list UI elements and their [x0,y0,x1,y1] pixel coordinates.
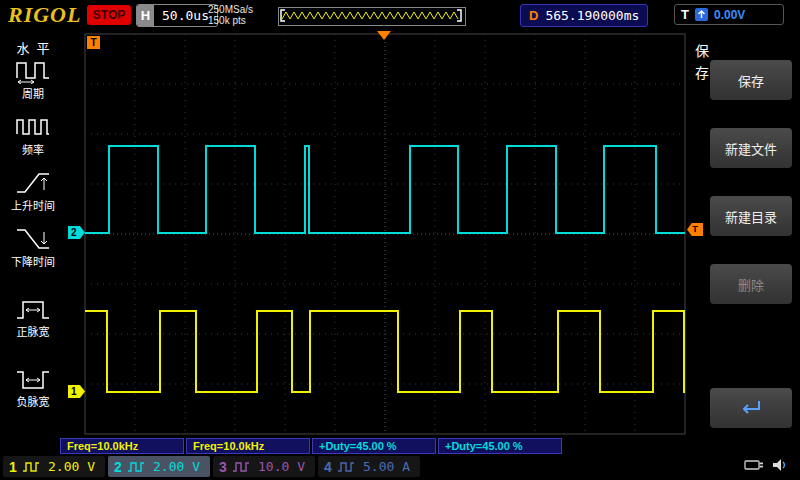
scope-display[interactable] [0,0,800,480]
sidebar-item-label: 下降时间 [0,253,66,269]
trigger-label: T [681,7,689,22]
channel4-scale: 5.00 A [363,459,410,474]
channel2-scale: 2.00 V [153,459,200,474]
sidebar-item-label: 周期 [0,85,66,101]
trigger-readout[interactable]: T 0.00V [674,4,784,25]
channel3-status[interactable]: 3 10.0 V [213,456,315,477]
rise-time-icon [15,170,51,196]
trigger-corner-marker[interactable]: T [87,36,100,49]
measurement-freq-ch2: Freq=10.0kHz [186,438,310,454]
negative-width-icon [15,366,51,392]
new-folder-button[interactable]: 新建目录 [710,196,792,236]
delete-button: 删除 [710,264,792,304]
channel4-status[interactable]: 4 5.00 A [318,456,420,477]
trigger-slope-icon [695,8,708,21]
sidebar-item-label: 频率 [0,141,66,157]
measure-sidebar: 水平 周期 频率 上升时间 下降时间 [0,30,66,480]
save-button[interactable]: 保存 [710,60,792,100]
softkey-menu: 保存 保存 新建文件 新建目录 删除 [688,30,800,480]
sidebar-item-label: 上升时间 [0,197,66,213]
fall-time-icon [15,226,51,252]
coupling-icon [22,462,40,472]
channel1-scale: 2.00 V [48,459,95,474]
channel1-status[interactable]: 1 2.00 V [3,456,105,477]
new-file-button[interactable]: 新建文件 [710,128,792,168]
menu-tab-save: 保存 [691,44,711,88]
delay-readout[interactable]: D 565.190000ms [520,4,648,27]
acquisition-info: 250MSa/s 150k pts [208,4,253,26]
timebase-label: H [137,5,154,26]
measure-category-title: 水平 [0,38,66,57]
sidebar-item-label: 负脉宽 [0,393,66,409]
measurement-duty-ch1: +Duty=45.00 % [312,438,436,454]
sidebar-item-rise-time[interactable]: 上升时间 [0,170,66,213]
sidebar-item-negative-width[interactable]: 负脉宽 [0,366,66,409]
delay-label: D [529,8,538,23]
usb-icon [744,458,764,472]
oscilloscope-screen: RIGOL STOP H 50.0us 250MSa/s 150k pts D … [0,0,800,480]
sample-rate: 250MSa/s [208,4,253,15]
memory-waveform-icon [279,8,463,23]
top-bar: RIGOL STOP H 50.0us 250MSa/s 150k pts D … [0,0,800,30]
trigger-position-icon[interactable] [377,31,391,40]
measurement-duty-ch2: +Duty=45.00 % [438,438,562,454]
positive-width-icon [15,296,51,322]
brand-logo: RIGOL [8,2,81,28]
system-tray [744,458,788,472]
timebase-readout[interactable]: H 50.0us [136,4,218,27]
frequency-icon [15,114,51,140]
sidebar-item-period[interactable]: 周期 [0,58,66,101]
channel3-number: 3 [219,459,227,475]
delay-value: 565.190000ms [545,8,639,23]
sidebar-item-frequency[interactable]: 频率 [0,114,66,157]
speaker-icon[interactable] [772,458,788,472]
channel3-scale: 10.0 V [258,459,305,474]
back-button[interactable] [710,388,792,428]
measurement-freq-ch1: Freq=10.0kHz [60,438,184,454]
sidebar-item-fall-time[interactable]: 下降时间 [0,226,66,269]
coupling-icon [337,462,355,472]
period-icon [15,58,51,84]
return-arrow-icon [738,398,764,418]
memory-waveform-preview[interactable] [278,7,466,26]
run-state-badge[interactable]: STOP [87,5,131,25]
coupling-icon [127,462,145,472]
channel2-status[interactable]: 2 2.00 V [108,456,210,477]
sidebar-item-label: 正脉宽 [0,323,66,339]
coupling-icon [232,462,250,472]
channel2-number: 2 [114,459,122,475]
channel4-number: 4 [324,459,332,475]
sidebar-item-positive-width[interactable]: 正脉宽 [0,296,66,339]
trigger-level-value: 0.00V [714,8,745,22]
memory-depth: 150k pts [208,15,253,26]
channel1-number: 1 [9,459,17,475]
